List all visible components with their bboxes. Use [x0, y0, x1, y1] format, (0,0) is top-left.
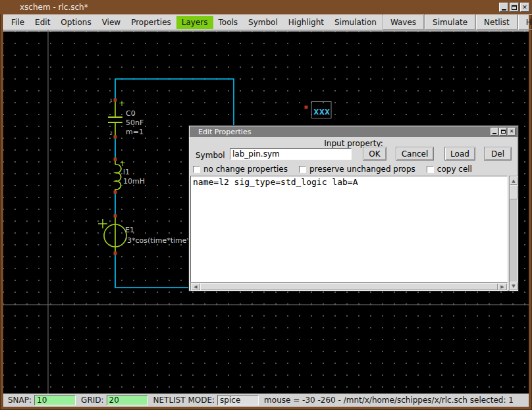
- minimize-icon: [502, 9, 506, 11]
- edit-properties-dialog: Edit Properties ✕ Input property: Symbol…: [188, 125, 519, 292]
- property-text: name=l2 sig_type=std_logic lab=A: [193, 177, 507, 187]
- netlist-button[interactable]: Netlist: [475, 14, 518, 30]
- close-icon: ✕: [510, 129, 514, 134]
- pin-square: [114, 158, 117, 161]
- preserve-unchanged-props-checkbox[interactable]: preserve unchanged props: [299, 165, 415, 174]
- pin-square: [114, 215, 117, 218]
- snap-input[interactable]: 10: [34, 395, 76, 405]
- checkbox-label: no change properties: [203, 165, 288, 174]
- scroll-up-icon[interactable]: ▲: [510, 176, 518, 185]
- mouse-info: mouse = -30 -260 - /mnt/x/home/schippes/…: [264, 396, 514, 405]
- close-button[interactable]: ✕: [520, 3, 529, 12]
- dialog-titlebar[interactable]: Edit Properties ✕: [190, 126, 518, 137]
- checkbox-row: no change properties preserve unchanged …: [193, 165, 472, 174]
- dialog-minimize-button[interactable]: [491, 128, 498, 136]
- component-ref: l1: [123, 168, 130, 176]
- maximize-icon: [512, 5, 517, 10]
- vertical-scroll-thumb[interactable]: [510, 185, 518, 199]
- horizontal-scroll-thumb[interactable]: [200, 283, 498, 290]
- scroll-right-icon[interactable]: ▶: [498, 283, 507, 290]
- component-ref: E1: [125, 226, 134, 234]
- component-value: 50nF: [126, 118, 144, 127]
- statusbar: SNAP: 10 GRID: 20 NETLIST MODE: spice mo…: [3, 394, 529, 407]
- pin-square: [114, 191, 117, 194]
- capacitor-C0[interactable]: 1 2 + C0 50nF m=1: [108, 98, 144, 139]
- simulate-button[interactable]: Simulate: [424, 14, 475, 30]
- load-button[interactable]: Load: [444, 147, 475, 161]
- cancel-button[interactable]: Cancel: [396, 147, 434, 161]
- snap-label: SNAP:: [8, 396, 32, 405]
- horizontal-scrollbar[interactable]: ◀ ▶: [190, 282, 508, 291]
- inductor-l1[interactable]: + l1 10mH: [114, 158, 145, 194]
- dialog-title: Edit Properties: [198, 128, 251, 136]
- menu-layers[interactable]: Layers: [176, 16, 213, 29]
- vertical-scrollbar[interactable]: ▲ ▼: [509, 176, 518, 291]
- checkbox-icon: [299, 166, 306, 173]
- property-textarea[interactable]: name=l2 sig_type=std_logic lab=A: [190, 176, 508, 282]
- menubar-right-buttons: Waves Simulate Netlist Help: [382, 14, 532, 30]
- grid-label: GRID:: [81, 396, 103, 405]
- menu-view[interactable]: View: [97, 16, 126, 29]
- menu-simulation[interactable]: Simulation: [329, 16, 382, 29]
- inductor-coil: [115, 165, 121, 190]
- menu-symbol[interactable]: Symbol: [243, 16, 283, 29]
- netlist-mode-label: NETLIST MODE:: [153, 396, 215, 405]
- checkbox-icon: [193, 166, 200, 173]
- symbol-label: Symbol: [196, 151, 225, 160]
- menu-edit[interactable]: Edit: [30, 16, 55, 29]
- menu-highlight[interactable]: Highlight: [283, 16, 329, 29]
- scroll-left-icon[interactable]: ◀: [191, 283, 200, 290]
- checkbox-label: copy cell: [437, 165, 472, 174]
- maximize-button[interactable]: [510, 3, 519, 12]
- scroll-down-icon[interactable]: ▼: [510, 282, 518, 290]
- component-value: 10mH: [123, 177, 145, 186]
- no-change-properties-checkbox[interactable]: no change properties: [193, 165, 288, 174]
- pin-square: [114, 252, 117, 255]
- plus-icon: +: [119, 159, 126, 168]
- component-attr: m=1: [126, 128, 144, 136]
- help-button[interactable]: Help: [518, 14, 532, 30]
- dialog-close-button[interactable]: ✕: [508, 128, 516, 136]
- pin-number: 2: [110, 131, 113, 136]
- pin-square: [114, 99, 117, 102]
- menu-options[interactable]: Options: [55, 16, 96, 29]
- window-controls: ✕: [499, 3, 532, 12]
- dialog-maximize-button[interactable]: [499, 128, 507, 136]
- del-button[interactable]: Del: [484, 147, 512, 161]
- close-icon: ✕: [522, 5, 527, 11]
- maximize-icon: [501, 130, 506, 134]
- net-label-selected[interactable]: xxx: [305, 102, 332, 118]
- grid-input[interactable]: 20: [107, 395, 148, 405]
- net-label-text: xxx: [313, 106, 331, 116]
- plus-icon: [98, 219, 107, 228]
- menu-properties[interactable]: Properties: [126, 16, 176, 29]
- ok-button[interactable]: OK: [363, 147, 386, 161]
- dialog-window-controls: ✕: [491, 128, 518, 136]
- menu-file[interactable]: File: [6, 16, 30, 29]
- component-ref: C0: [126, 109, 136, 118]
- menubar: File Edit Options View Properties Layers…: [3, 14, 529, 30]
- pin-number: 1: [110, 98, 113, 103]
- symbol-input[interactable]: [230, 148, 352, 160]
- netlist-mode-input[interactable]: spice: [217, 395, 259, 405]
- menu-tools[interactable]: Tools: [213, 16, 244, 29]
- minimize-icon: [492, 133, 496, 134]
- xschem-window: xschem - rlc.sch* ✕ File Edit Options Vi…: [0, 0, 532, 410]
- pin-square: [305, 106, 308, 109]
- waves-button[interactable]: Waves: [382, 14, 424, 30]
- checkbox-icon: [427, 166, 434, 173]
- copy-cell-checkbox[interactable]: copy cell: [427, 165, 472, 174]
- checkbox-label: preserve unchanged props: [309, 165, 415, 174]
- minimize-button[interactable]: [499, 3, 508, 12]
- plus-icon: +: [119, 99, 125, 108]
- window-title: xschem - rlc.sch*: [0, 3, 88, 12]
- window-titlebar[interactable]: xschem - rlc.sch* ✕: [0, 0, 532, 14]
- pin-square: [114, 136, 117, 139]
